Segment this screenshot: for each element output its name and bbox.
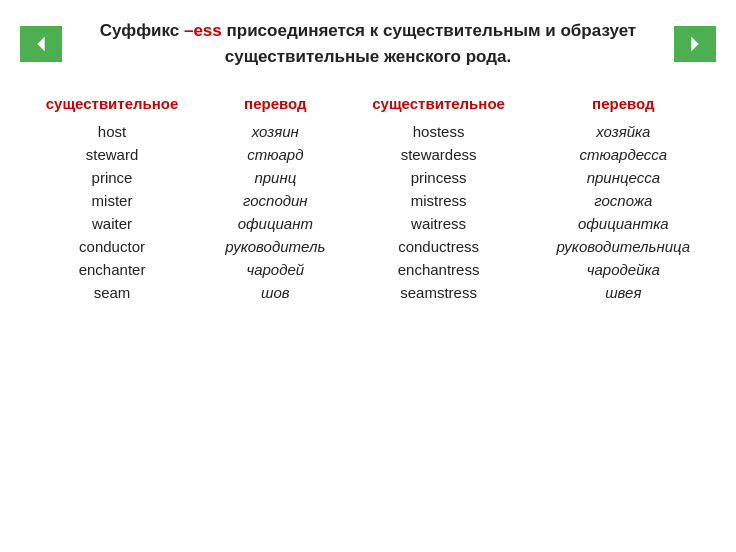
- word-cell: prince: [20, 166, 204, 189]
- translation-cell: стюард: [204, 143, 346, 166]
- word-fem-cell: enchantress: [347, 258, 531, 281]
- col1-header: существительное: [20, 91, 204, 120]
- translation-fem-cell: чародейка: [531, 258, 716, 281]
- word-cell: conductor: [20, 235, 204, 258]
- translation-fem-cell: хозяйка: [531, 120, 716, 143]
- svg-marker-0: [37, 36, 44, 51]
- word-cell: enchanter: [20, 258, 204, 281]
- header: Суффикс –ess присоединяется к существите…: [20, 18, 716, 69]
- title: Суффикс –ess присоединяется к существите…: [80, 18, 656, 69]
- word-cell: host: [20, 120, 204, 143]
- word-cell: seam: [20, 281, 204, 304]
- col4-header: перевод: [531, 91, 716, 120]
- table-row: seamшовseamstressшвея: [20, 281, 716, 304]
- title-before: Суффикс: [100, 21, 184, 40]
- table-row: waiterофициантwaitressофициантка: [20, 212, 716, 235]
- translation-fem-cell: принцесса: [531, 166, 716, 189]
- table-row: misterгосподинmistressгоспожа: [20, 189, 716, 212]
- translation-cell: руководитель: [204, 235, 346, 258]
- translation-cell: господин: [204, 189, 346, 212]
- word-cell: steward: [20, 143, 204, 166]
- translation-cell: хозяин: [204, 120, 346, 143]
- translation-fem-cell: официантка: [531, 212, 716, 235]
- table-container: существительное перевод существительное …: [20, 91, 716, 542]
- svg-marker-1: [691, 36, 698, 51]
- word-cell: mister: [20, 189, 204, 212]
- word-fem-cell: mistress: [347, 189, 531, 212]
- suffix: –ess: [184, 21, 222, 40]
- table-row: stewardстюардstewardessстюардесса: [20, 143, 716, 166]
- col3-header: существительное: [347, 91, 531, 120]
- word-fem-cell: princess: [347, 166, 531, 189]
- word-fem-cell: conductress: [347, 235, 531, 258]
- translation-cell: шов: [204, 281, 346, 304]
- table-row: hostхозяинhostessхозяйка: [20, 120, 716, 143]
- table-row: princeпринцprincessпринцесса: [20, 166, 716, 189]
- vocabulary-table: существительное перевод существительное …: [20, 91, 716, 304]
- translation-fem-cell: стюардесса: [531, 143, 716, 166]
- translation-fem-cell: руководительница: [531, 235, 716, 258]
- title-after: присоединяется к существительным и образ…: [222, 21, 636, 66]
- table-row: enchanterчародейenchantressчародейка: [20, 258, 716, 281]
- translation-fem-cell: госпожа: [531, 189, 716, 212]
- word-fem-cell: hostess: [347, 120, 531, 143]
- prev-button[interactable]: [20, 26, 62, 62]
- translation-fem-cell: швея: [531, 281, 716, 304]
- page: Суффикс –ess присоединяется к существите…: [0, 0, 736, 552]
- next-button[interactable]: [674, 26, 716, 62]
- word-fem-cell: waitress: [347, 212, 531, 235]
- translation-cell: официант: [204, 212, 346, 235]
- translation-cell: чародей: [204, 258, 346, 281]
- word-fem-cell: seamstress: [347, 281, 531, 304]
- word-cell: waiter: [20, 212, 204, 235]
- table-row: conductorруководительconductressруководи…: [20, 235, 716, 258]
- col2-header: перевод: [204, 91, 346, 120]
- word-fem-cell: stewardess: [347, 143, 531, 166]
- translation-cell: принц: [204, 166, 346, 189]
